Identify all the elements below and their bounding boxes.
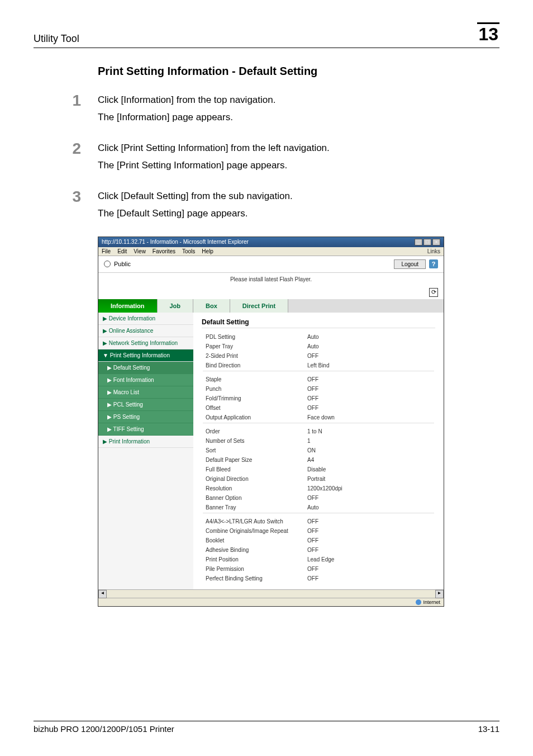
tab-box[interactable]: Box [193, 299, 230, 313]
flash-message: Please install latest Flash Player. [98, 273, 444, 286]
refresh-icon[interactable]: ⟳ [429, 288, 438, 297]
step-text: Click [Print Setting Information] from t… [98, 140, 499, 174]
group-divider [203, 371, 434, 374]
sidebar-pcl-setting[interactable]: ▶ PCL Setting [98, 399, 193, 411]
step-1: 1 Click [Information] from the top navig… [34, 92, 499, 126]
scroll-left-icon[interactable]: ◄ [98, 590, 107, 598]
user-icon [104, 261, 111, 267]
step-number: 2 [34, 140, 98, 174]
sidebar-default-setting[interactable]: ▶ Default Setting [98, 362, 193, 374]
setting-row: Print PositionLead Edge [203, 555, 434, 564]
logout-button[interactable]: Logout [394, 259, 426, 269]
step-text: Click [Default Setting] from the sub nav… [98, 188, 499, 222]
setting-row: Banner TrayAuto [203, 503, 434, 512]
content-title: Default Setting [202, 318, 435, 328]
section-title: Print Setting Information - Default Sett… [98, 65, 499, 78]
setting-row: Order1 to N [203, 427, 434, 436]
links-label[interactable]: Links [427, 248, 440, 254]
setting-row: PunchOFF [203, 385, 434, 393]
sidebar-print-setting[interactable]: ▼ Print Setting Information [98, 349, 193, 362]
sidebar-tiff-setting[interactable]: ▶ TIFF Setting [98, 423, 193, 436]
tab-information[interactable]: Information [98, 299, 158, 313]
step-text: Click [Information] from the top navigat… [98, 92, 499, 126]
step-2: 2 Click [Print Setting Information] from… [34, 140, 499, 174]
browser-menu-bar: File Edit View Favorites Tools Help Link… [98, 247, 444, 256]
help-icon[interactable]: ? [429, 259, 438, 268]
main-content: Default Setting PDL SettingAuto Paper Tr… [193, 313, 444, 589]
setting-row: Pile PermissionOFF [203, 565, 434, 573]
sidebar-ps-setting[interactable]: ▶ PS Setting [98, 411, 193, 423]
setting-row: OffsetOFF [203, 404, 434, 412]
setting-row: BookletOFF [203, 536, 434, 545]
header-title: Utility Tool [34, 33, 79, 45]
setting-row: 2-Sided PrintOFF [203, 352, 434, 360]
step-number: 3 [34, 188, 98, 222]
setting-row: Paper TrayAuto [203, 342, 434, 351]
setting-row: Default Paper SizeA4 [203, 456, 434, 464]
nav-tabs: Information Job Box Direct Print [98, 299, 444, 313]
setting-row: Banner OptionOFF [203, 494, 434, 502]
setting-row: Bind DirectionLeft Bind [203, 361, 434, 370]
setting-row: Combine Originals/Image RepeatOFF [203, 527, 434, 535]
browser-title-bar: http://10.11.32.71 - Information - Micro… [98, 237, 444, 247]
sidebar-network-setting[interactable]: ▶ Network Setting Information [98, 337, 193, 349]
refresh-container: ⟳ [98, 286, 444, 299]
browser-window: http://10.11.32.71 - Information - Micro… [98, 237, 444, 607]
setting-row: Resolution1200x1200dpi [203, 484, 434, 493]
setting-row: Output ApplicationFace down [203, 413, 434, 422]
menu-favorites[interactable]: Favorites [153, 248, 175, 254]
close-icon[interactable]: × [432, 239, 440, 245]
screenshot-container: http://10.11.32.71 - Information - Micro… [98, 237, 499, 607]
window-controls: _ □ × [415, 239, 440, 245]
sidebar-print-info[interactable]: ▶ Print Information [98, 436, 193, 448]
setting-row: StapleOFF [203, 375, 434, 384]
sidebar-macro-list[interactable]: ▶ Macro List [98, 386, 193, 399]
chapter-number: 13 [477, 22, 499, 45]
setting-row: SortON [203, 446, 434, 455]
minimize-icon[interactable]: _ [415, 239, 422, 245]
sidebar: ▶ Device Information ▶ Online Assistance… [98, 313, 193, 589]
setting-row: Number of Sets1 [203, 437, 434, 445]
maximize-icon[interactable]: □ [423, 239, 431, 245]
sidebar-device-info[interactable]: ▶ Device Information [98, 313, 193, 325]
menu-tools[interactable]: Tools [182, 248, 195, 254]
setting-row: Full BleedDisable [203, 465, 434, 474]
app-top-bar: Public Logout ? [98, 256, 444, 273]
sidebar-online-assistance[interactable]: ▶ Online Assistance [98, 325, 193, 337]
group-divider [203, 513, 434, 516]
step-3: 3 Click [Default Setting] from the sub n… [34, 188, 499, 222]
browser-status-bar: Internet [98, 598, 444, 606]
internet-icon [416, 599, 421, 605]
content-area: ▶ Device Information ▶ Online Assistance… [98, 313, 444, 589]
setting-row: Perfect Binding SettingOFF [203, 574, 434, 583]
status-internet: Internet [416, 599, 440, 605]
group-divider [203, 423, 434, 426]
menu-edit[interactable]: Edit [117, 248, 127, 254]
sidebar-font-info[interactable]: ▶ Font Information [98, 374, 193, 386]
menu-items: File Edit View Favorites Tools Help [102, 248, 213, 254]
menu-file[interactable]: File [102, 248, 111, 254]
scroll-right-icon[interactable]: ► [435, 590, 444, 598]
page-header: Utility Tool 13 [34, 22, 499, 48]
horizontal-scrollbar[interactable]: ◄ ► [98, 589, 444, 598]
setting-row: Original DirectionPortrait [203, 475, 434, 483]
tab-direct-print[interactable]: Direct Print [230, 299, 288, 313]
setting-row: Adhesive BindingOFF [203, 546, 434, 554]
setting-row: A4/A3<->LTR/LGR Auto SwitchOFF [203, 517, 434, 526]
setting-row: PDL SettingAuto [203, 333, 434, 341]
setting-row: Fold/TrimmingOFF [203, 394, 434, 403]
menu-help[interactable]: Help [202, 248, 213, 254]
user-info: Public [104, 261, 131, 267]
settings-table: PDL SettingAuto Paper TrayAuto 2-Sided P… [202, 332, 435, 584]
browser-title: http://10.11.32.71 - Information - Micro… [102, 239, 249, 245]
tab-job[interactable]: Job [158, 299, 194, 313]
step-number: 1 [34, 92, 98, 126]
user-name: Public [114, 261, 131, 267]
menu-view[interactable]: View [134, 248, 146, 254]
